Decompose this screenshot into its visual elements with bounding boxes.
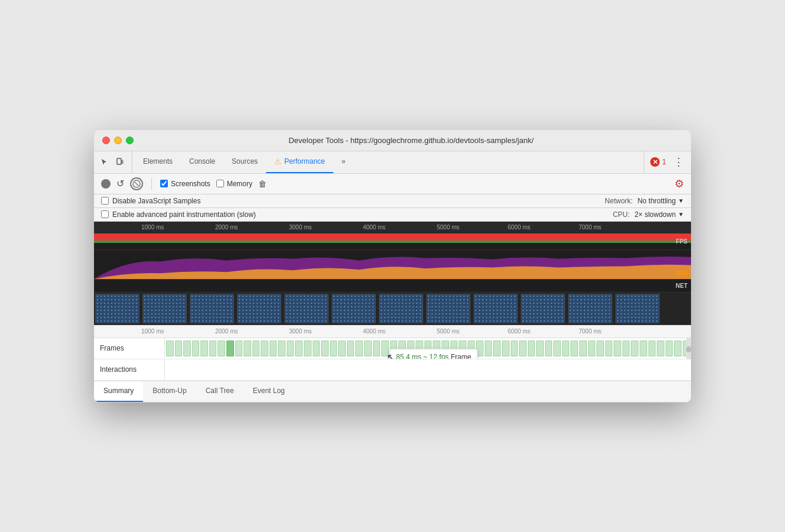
frame-block[interactable] bbox=[666, 340, 673, 356]
frame-block[interactable] bbox=[519, 340, 527, 356]
frame-block[interactable] bbox=[183, 340, 191, 356]
frame-block[interactable] bbox=[657, 340, 664, 356]
tab-bottom-up[interactable]: Bottom-Up bbox=[143, 381, 196, 402]
interactions-content[interactable] bbox=[165, 359, 691, 380]
frame-block[interactable] bbox=[579, 340, 587, 356]
disable-js-checkbox[interactable] bbox=[101, 197, 109, 205]
frame-block[interactable] bbox=[175, 340, 183, 356]
clear-recordings-button[interactable]: 🗑 bbox=[258, 179, 267, 189]
memory-checkbox-label[interactable]: Memory bbox=[216, 180, 252, 188]
tab-elements[interactable]: Elements bbox=[135, 151, 181, 173]
frame-block[interactable] bbox=[640, 340, 647, 356]
reload-button[interactable]: ↺ bbox=[116, 178, 124, 189]
frame-block[interactable] bbox=[631, 340, 638, 356]
frame-block[interactable] bbox=[338, 340, 346, 356]
frame-block[interactable] bbox=[364, 340, 372, 356]
frame-block[interactable] bbox=[252, 340, 260, 356]
frame-block[interactable] bbox=[235, 340, 243, 356]
frame-block[interactable] bbox=[605, 340, 613, 356]
frame-block[interactable] bbox=[304, 340, 312, 356]
cpu-select[interactable]: 2× slowdown ▼ bbox=[634, 210, 684, 219]
frame-block[interactable] bbox=[570, 340, 578, 356]
screenshot-thumb[interactable] bbox=[142, 294, 187, 323]
frame-block[interactable] bbox=[493, 340, 501, 356]
cursor-icon[interactable] bbox=[99, 156, 111, 168]
frame-block[interactable] bbox=[321, 340, 329, 356]
screenshot-thumb[interactable] bbox=[615, 294, 660, 323]
screenshot-thumb[interactable] bbox=[95, 294, 140, 323]
network-select[interactable]: No throttling ▼ bbox=[637, 197, 684, 205]
timeline-scrollbar[interactable] bbox=[686, 338, 691, 359]
more-button[interactable]: ⋮ bbox=[671, 157, 686, 167]
screenshots-checkbox-label[interactable]: Screenshots bbox=[160, 180, 210, 188]
error-badge[interactable]: ✕ 1 bbox=[650, 157, 666, 167]
frame-block[interactable] bbox=[545, 340, 553, 356]
clear-button[interactable] bbox=[130, 177, 143, 190]
frame-block[interactable] bbox=[553, 340, 561, 356]
frame-block[interactable] bbox=[502, 340, 510, 356]
screenshot-thumb[interactable] bbox=[190, 294, 234, 323]
frame-block[interactable] bbox=[648, 340, 656, 356]
frame-block[interactable] bbox=[278, 340, 286, 356]
frame-block[interactable] bbox=[192, 340, 200, 356]
close-button[interactable] bbox=[102, 137, 110, 144]
frame-block[interactable] bbox=[674, 340, 682, 356]
frame-block[interactable] bbox=[261, 340, 268, 356]
screenshot-thumb[interactable] bbox=[379, 294, 423, 323]
tab-summary[interactable]: Summary bbox=[94, 381, 143, 402]
memory-checkbox[interactable] bbox=[216, 180, 224, 187]
frame-block[interactable] bbox=[614, 340, 621, 356]
frame-block[interactable] bbox=[536, 340, 544, 356]
frame-block[interactable] bbox=[528, 340, 536, 356]
record-button[interactable] bbox=[101, 179, 111, 189]
ruler-tick-3: 3000 ms bbox=[289, 224, 312, 231]
frame-block[interactable] bbox=[511, 340, 518, 356]
frame-block[interactable] bbox=[355, 340, 363, 356]
frame-block[interactable] bbox=[218, 340, 225, 356]
screenshot-thumb[interactable] bbox=[284, 294, 329, 323]
tab-event-log[interactable]: Event Log bbox=[244, 381, 294, 402]
frame-block[interactable] bbox=[596, 340, 604, 356]
advanced-paint-checkbox[interactable] bbox=[101, 210, 109, 218]
frame-block[interactable] bbox=[485, 340, 492, 356]
frame-block[interactable] bbox=[295, 340, 303, 356]
frame-block[interactable] bbox=[381, 340, 389, 356]
device-icon[interactable] bbox=[114, 156, 126, 168]
net-label: NET bbox=[676, 283, 687, 289]
frame-block[interactable] bbox=[588, 340, 596, 356]
frame-block[interactable] bbox=[200, 340, 208, 356]
frame-block[interactable] bbox=[270, 340, 277, 356]
frame-block[interactable] bbox=[562, 340, 570, 356]
tab-sources[interactable]: Sources bbox=[223, 151, 266, 173]
ruler-b-3: 3000 ms bbox=[289, 328, 312, 335]
screenshot-thumb[interactable] bbox=[473, 294, 518, 323]
advanced-paint-label[interactable]: Enable advanced paint instrumentation (s… bbox=[101, 210, 256, 219]
screenshot-thumb[interactable] bbox=[521, 294, 565, 323]
disable-js-label[interactable]: Disable JavaScript Samples bbox=[101, 197, 200, 205]
tab-more[interactable]: » bbox=[333, 151, 354, 173]
frame-block-selected[interactable] bbox=[226, 340, 234, 356]
frame-block[interactable] bbox=[244, 340, 251, 356]
frame-block[interactable] bbox=[209, 340, 217, 356]
minimize-button[interactable] bbox=[114, 137, 122, 144]
frame-block[interactable] bbox=[330, 340, 338, 356]
frames-content[interactable]: 85.4 ms ~ 12 fps Frame ↖ bbox=[165, 338, 691, 359]
screenshot-thumb[interactable] bbox=[237, 294, 281, 323]
screenshot-thumb[interactable] bbox=[568, 294, 612, 323]
frame-block[interactable] bbox=[287, 340, 294, 356]
scrollbar-thumb[interactable] bbox=[686, 346, 691, 353]
tab-call-tree[interactable]: Call Tree bbox=[196, 381, 244, 402]
frame-block[interactable] bbox=[313, 340, 320, 356]
maximize-button[interactable] bbox=[126, 137, 134, 144]
tab-console[interactable]: Console bbox=[181, 151, 223, 173]
frame-block[interactable] bbox=[347, 340, 355, 356]
screenshot-thumb[interactable] bbox=[426, 294, 471, 323]
tab-performance[interactable]: ⚠ Performance bbox=[266, 151, 333, 173]
frame-block[interactable] bbox=[166, 340, 174, 356]
settings-icon[interactable]: ⚙ bbox=[674, 177, 684, 190]
screenshot-thumb[interactable] bbox=[332, 294, 376, 323]
frame-block[interactable] bbox=[622, 340, 630, 356]
overview-area[interactable]: FPS CPU NET bbox=[94, 233, 691, 325]
screenshots-checkbox[interactable] bbox=[160, 180, 168, 187]
frame-block[interactable] bbox=[373, 340, 381, 356]
